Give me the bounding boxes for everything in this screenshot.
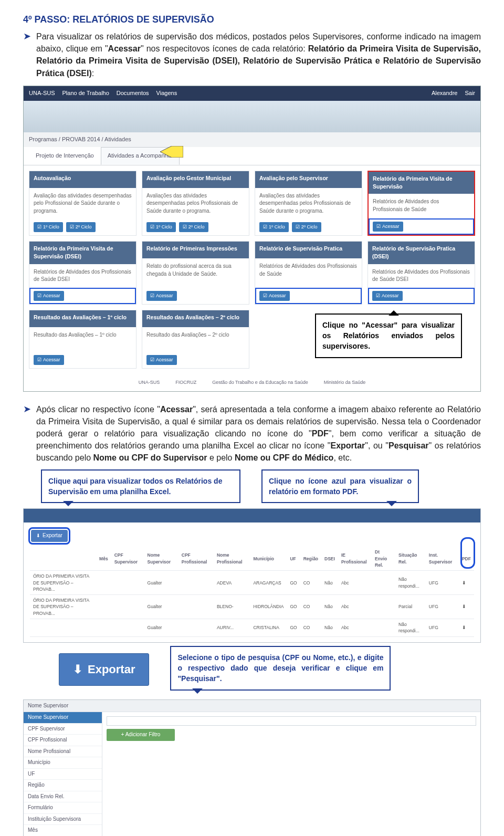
activity-card: Avaliação pelo Gestor MunicipalAvaliaçõe… <box>142 171 249 236</box>
table-header: CPF Supervisor <box>111 547 144 570</box>
table-cell: ADEVA <box>214 571 250 595</box>
card-footer: ☑Acessar <box>368 288 475 304</box>
download-icon: ⬇ <box>36 532 40 539</box>
table-row: ÓRIO DA PRIMEIRA VISITA DE SUPERVISÃO – … <box>30 595 474 619</box>
user-menu[interactable]: Alexandre <box>432 89 458 98</box>
filter-input[interactable] <box>107 716 476 726</box>
filter-option[interactable]: Formulário <box>24 802 102 814</box>
acessar-button[interactable]: ☑Acessar <box>373 222 403 232</box>
card-title: Autoavaliação <box>29 171 136 188</box>
table-cell: ARAGARÇAS <box>250 571 287 595</box>
header-banner <box>24 101 480 132</box>
filter-option[interactable]: CPF Profissional <box>24 735 102 746</box>
activity-card: AutoavaliaçãoAvaliação das atividades de… <box>29 171 136 236</box>
ciclo-button[interactable]: ☑1º Ciclo <box>259 222 289 232</box>
table-cell: ÓRIO DA PRIMEIRA VISITA DE SUPERVISÃO – … <box>30 571 96 595</box>
table-cell: Não <box>321 619 338 637</box>
card-footer: ☑Acessar <box>142 352 249 368</box>
table-cell: Não <box>321 595 338 619</box>
filter-option[interactable]: CPF Supervisor <box>24 724 102 735</box>
acessar-button[interactable]: ☑Acessar <box>146 291 177 301</box>
activity-card: Relatório de Primeiras ImpressõesRelato … <box>142 241 249 304</box>
ciclo-button[interactable]: ☑2º Ciclo <box>66 222 96 232</box>
filter-option[interactable]: UF <box>24 769 102 780</box>
table-cell <box>372 595 395 619</box>
table-cell <box>30 619 96 637</box>
check-icon: ☑ <box>263 224 267 231</box>
add-filter-button[interactable]: + Adicionar Filtro <box>107 729 175 741</box>
table-cell: ⬇ <box>459 619 474 637</box>
intro-paragraph-2: Após clicar no respectivo ícone "Acessar… <box>36 403 481 464</box>
table-cell: Abc <box>338 619 372 637</box>
table-header: Inst. Supervisor <box>426 547 459 570</box>
logo-ms: Ministério da Saúde <box>324 379 366 386</box>
table-cell: ⬇ <box>459 571 474 595</box>
button-label: Acessar <box>382 223 400 230</box>
card-title: Relatório de Primeiras Impressões <box>142 242 249 258</box>
acessar-button[interactable]: ☑Acessar <box>259 291 290 301</box>
table-cell: Não <box>321 571 338 595</box>
table-cell <box>372 619 395 637</box>
ciclo-button[interactable]: ☑2º Ciclo <box>179 222 208 232</box>
export-button[interactable]: ⬇ Exportar <box>31 530 68 542</box>
filter-option[interactable]: Mês <box>24 825 102 836</box>
activity-card: Resultado das Avaliações – 1º cicloResul… <box>29 310 136 369</box>
table-cell: GO <box>287 619 300 637</box>
check-icon: ☑ <box>376 223 381 230</box>
yellow-arrow-icon <box>160 146 183 158</box>
bullet-arrow-icon: ➤ <box>23 30 31 43</box>
card-body: Resultado das Avaliações – 1º ciclo <box>29 327 136 352</box>
table-header: DSEI <box>321 547 338 570</box>
table-header: UF <box>287 547 300 570</box>
table-cell: Gualter <box>144 619 178 637</box>
filter-option[interactable]: Data Envio Rel. <box>24 791 102 803</box>
acessar-button[interactable]: ☑Acessar <box>372 291 403 301</box>
card-title: Relatório da Primeira Visita de Supervis… <box>369 172 474 194</box>
intro-paragraph-1: Para visualizar os relatórios de supervi… <box>36 30 481 79</box>
filter-option[interactable]: Município <box>24 757 102 769</box>
logo-unasus: UNA-SUS <box>139 379 160 386</box>
filter-option[interactable]: Nome Profissional <box>24 746 102 758</box>
check-icon: ☑ <box>150 357 154 363</box>
table-header: Município <box>250 547 287 570</box>
p2-g: ", ou " <box>365 441 388 450</box>
card-footer: ☑Acessar <box>142 288 249 304</box>
top-nav-item[interactable]: Plano de Trabalho <box>62 89 109 98</box>
ciclo-button[interactable]: ☑2º Ciclo <box>292 222 321 232</box>
check-icon: ☑ <box>37 357 41 363</box>
callout-pdf-icon: Clique no ícone azul para visualizar o r… <box>261 469 419 504</box>
logout-link[interactable]: Sair <box>465 89 475 98</box>
check-icon: ☑ <box>70 224 74 231</box>
filter-option[interactable]: Instituição Supervisora <box>24 814 102 825</box>
p1-e: : <box>92 69 94 78</box>
ciclo-button[interactable]: ☑1º Ciclo <box>34 222 63 232</box>
logo-sgets: Gestão do Trabalho e da Educação na Saúd… <box>212 379 308 386</box>
filter-option[interactable]: Região <box>24 780 102 791</box>
card-body: Relatórios de Atividades dos Profissiona… <box>29 264 136 288</box>
button-label: 1º Ciclo <box>269 224 285 231</box>
p2-l: Nome ou CPF do Médico <box>235 453 333 462</box>
acessar-button[interactable]: ☑Acessar <box>34 355 64 365</box>
check-icon: ☑ <box>376 292 380 299</box>
card-footer: ☑1º Ciclo☑2º Ciclo <box>255 219 362 235</box>
svg-marker-0 <box>160 146 183 158</box>
table-cell: CO <box>300 571 321 595</box>
acessar-button[interactable]: ☑Acessar <box>146 355 177 365</box>
p2-j: Nome ou CPF do Supervisor <box>93 453 207 462</box>
app-topbar: UNA-SUS Plano de Trabalho Documentos Via… <box>24 86 480 101</box>
activity-card: Relatório da Primeira Visita de Supervis… <box>368 171 475 236</box>
activity-card: Relatório de Supervisão PraticaRelatório… <box>255 241 362 304</box>
card-body: Avaliação das atividades desempenhadas p… <box>29 188 136 220</box>
tab-projeto-de-intervencao[interactable]: Projeto de Intervenção <box>29 147 101 165</box>
button-label: Acessar <box>156 357 173 363</box>
filter-option[interactable]: Nome Supervisor <box>24 712 102 724</box>
activity-card: Avaliação pelo SupervisorAvaliações das … <box>255 171 362 236</box>
top-nav-item[interactable]: Viagens <box>156 89 177 98</box>
ciclo-button[interactable]: ☑1º Ciclo <box>146 222 176 232</box>
acessar-button[interactable]: ☑Acessar <box>34 291 64 301</box>
table-cell <box>111 571 144 595</box>
button-label: Acessar <box>269 292 286 299</box>
top-nav-item[interactable]: Documentos <box>117 89 149 98</box>
export-button-large[interactable]: ⬇ Exportar <box>59 653 149 686</box>
table-header <box>30 547 96 570</box>
